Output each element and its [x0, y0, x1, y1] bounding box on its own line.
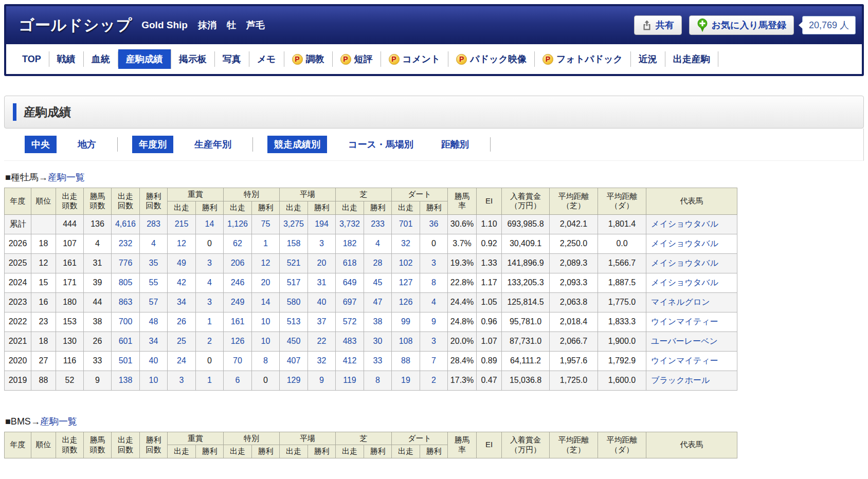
stat-link[interactable]: 34	[177, 298, 186, 306]
stat-link[interactable]: 601	[119, 337, 133, 345]
stat-link[interactable]: 232	[119, 239, 133, 248]
stat-link[interactable]: 1,126	[227, 219, 248, 228]
stat-link[interactable]: 3	[207, 259, 212, 267]
share-button[interactable]: 共有	[634, 15, 682, 35]
stat-link[interactable]: 49	[177, 259, 186, 267]
sire-offspring-list-link[interactable]: 産駒一覧	[48, 172, 85, 182]
stat-link[interactable]: 3	[431, 337, 436, 345]
nav-tab-出走産駒[interactable]: 出走産駒	[665, 51, 718, 67]
subtab-生産年別[interactable]: 生産年別	[188, 136, 238, 153]
stat-link[interactable]: 20	[261, 278, 270, 287]
stat-link[interactable]: 805	[119, 278, 133, 287]
stat-link[interactable]: 32	[317, 356, 327, 365]
bms-offspring-list-link[interactable]: 産駒一覧	[40, 416, 77, 427]
stat-link[interactable]: 233	[371, 219, 385, 228]
stat-link[interactable]: 126	[399, 298, 413, 306]
stat-link[interactable]: 9	[319, 376, 324, 384]
nav-tab-調教[interactable]: P調教	[284, 51, 333, 67]
stat-link[interactable]: 10	[261, 317, 270, 326]
stat-link[interactable]: 40	[149, 356, 158, 365]
stat-link[interactable]: 649	[343, 278, 357, 287]
nav-tab-パドック映像[interactable]: Pパドック映像	[448, 51, 535, 67]
subtab-地方[interactable]: 地方	[71, 136, 103, 153]
stat-link[interactable]: 35	[149, 259, 158, 267]
nav-tab-メモ[interactable]: メモ	[249, 51, 284, 67]
stat-link[interactable]: 126	[231, 337, 245, 345]
nav-tab-コメント[interactable]: Pコメント	[381, 51, 449, 67]
stat-link[interactable]: 8	[375, 376, 380, 384]
stat-link[interactable]: 407	[287, 356, 301, 365]
stat-link[interactable]: 10	[261, 337, 270, 345]
representative-horse-link[interactable]: ウインマイティー	[651, 356, 718, 365]
stat-link[interactable]: 3	[207, 298, 212, 306]
nav-tab-近況[interactable]: 近況	[631, 51, 665, 67]
stat-link[interactable]: 33	[373, 356, 383, 365]
stat-link[interactable]: 26	[177, 317, 186, 326]
stat-link[interactable]: 521	[287, 259, 301, 267]
stat-link[interactable]: 2	[207, 337, 212, 345]
stat-link[interactable]: 47	[373, 298, 383, 306]
stat-link[interactable]: 102	[399, 259, 413, 267]
stat-link[interactable]: 4	[207, 278, 212, 287]
stat-link[interactable]: 30	[373, 337, 383, 345]
stat-link[interactable]: 501	[119, 356, 133, 365]
stat-link[interactable]: 3,732	[339, 219, 360, 228]
stat-link[interactable]: 483	[343, 337, 357, 345]
stat-link[interactable]: 412	[343, 356, 357, 365]
stat-link[interactable]: 206	[231, 259, 245, 267]
stat-link[interactable]: 99	[401, 317, 410, 326]
stat-link[interactable]: 9	[431, 317, 436, 326]
stat-link[interactable]: 776	[119, 259, 133, 267]
subtab-年度別[interactable]: 年度別	[132, 136, 173, 153]
stat-link[interactable]: 19	[401, 376, 410, 384]
nav-tab-フォトパドック[interactable]: Pフォトパドック	[535, 51, 631, 67]
stat-link[interactable]: 28	[373, 259, 383, 267]
stat-link[interactable]: 48	[149, 317, 158, 326]
stat-link[interactable]: 4	[375, 239, 380, 248]
stat-link[interactable]: 38	[373, 317, 383, 326]
stat-link[interactable]: 24	[177, 356, 186, 365]
stat-link[interactable]: 108	[399, 337, 413, 345]
representative-horse-link[interactable]: メイショウタバル	[651, 259, 718, 267]
stat-link[interactable]: 3	[179, 376, 184, 384]
stat-link[interactable]: 127	[399, 278, 413, 287]
subtab-中央[interactable]: 中央	[25, 136, 57, 153]
stat-link[interactable]: 3,275	[283, 219, 304, 228]
stat-link[interactable]: 517	[287, 278, 301, 287]
stat-link[interactable]: 31	[317, 278, 327, 287]
stat-link[interactable]: 70	[233, 356, 242, 365]
stat-link[interactable]: 697	[343, 298, 357, 306]
nav-tab-短評[interactable]: P短評	[333, 51, 381, 67]
stat-link[interactable]: 580	[287, 298, 301, 306]
nav-tab-写真[interactable]: 写真	[215, 51, 249, 67]
stat-link[interactable]: 701	[399, 219, 413, 228]
stat-link[interactable]: 3	[319, 239, 324, 248]
stat-link[interactable]: 14	[261, 298, 270, 306]
subtab-距離別[interactable]: 距離別	[435, 136, 476, 153]
stat-link[interactable]: 55	[149, 278, 158, 287]
nav-tab-掲示板[interactable]: 掲示板	[171, 51, 215, 67]
stat-link[interactable]: 161	[231, 317, 245, 326]
stat-link[interactable]: 36	[429, 219, 439, 228]
stat-link[interactable]: 37	[317, 317, 327, 326]
stat-link[interactable]: 450	[287, 337, 301, 345]
stat-link[interactable]: 138	[119, 376, 133, 384]
nav-tab-産駒成績[interactable]: 産駒成績	[118, 49, 171, 69]
stat-link[interactable]: 1	[263, 239, 268, 248]
subtab-コース・馬場別[interactable]: コース・馬場別	[341, 136, 420, 153]
stat-link[interactable]: 10	[149, 376, 158, 384]
stat-link[interactable]: 20	[317, 259, 327, 267]
representative-horse-link[interactable]: メイショウタバル	[651, 219, 718, 228]
stat-link[interactable]: 45	[373, 278, 383, 287]
stat-link[interactable]: 182	[343, 239, 357, 248]
representative-horse-link[interactable]: マイネルグロン	[651, 298, 710, 306]
stat-link[interactable]: 6	[236, 376, 240, 384]
stat-link[interactable]: 25	[177, 337, 186, 345]
representative-horse-link[interactable]: ユーバーレーベン	[651, 337, 718, 345]
stat-link[interactable]: 1	[207, 317, 212, 326]
representative-horse-link[interactable]: ブラックホール	[651, 376, 710, 384]
stat-link[interactable]: 215	[175, 219, 189, 228]
stat-link[interactable]: 12	[177, 239, 186, 248]
stat-link[interactable]: 75	[261, 219, 270, 228]
stat-link[interactable]: 88	[401, 356, 410, 365]
